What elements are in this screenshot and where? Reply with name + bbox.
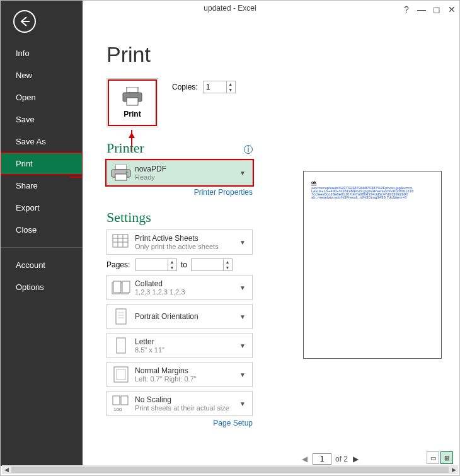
- zoom-to-page-button[interactable]: ▭: [427, 451, 439, 464]
- sidebar-item-save-as[interactable]: Save As: [1, 131, 83, 153]
- collate-sub: 1,2,3 1,2,3 1,2,3: [135, 288, 239, 296]
- printer-name: novaPDF: [135, 165, 239, 173]
- svg-rect-0: [127, 87, 138, 93]
- preview-content-line: ab_metadata.edu%3Fresult_id%3Dimg3438.7d…: [311, 196, 434, 199]
- horizontal-scrollbar[interactable]: ◀ ▶: [2, 465, 458, 474]
- printer-device-icon: [110, 162, 132, 183]
- spinner-down[interactable]: ▼: [168, 265, 176, 270]
- svg-rect-21: [117, 338, 125, 353]
- svg-rect-14: [113, 281, 121, 293]
- copies-label: Copies:: [172, 83, 198, 91]
- printer-section-header: Printer: [106, 140, 253, 156]
- printer-info-icon[interactable]: i: [244, 145, 253, 154]
- printer-icon: [122, 87, 143, 106]
- spinner-up[interactable]: ▲: [224, 259, 231, 265]
- sidebar-item-share[interactable]: Share: [1, 175, 83, 197]
- print-button[interactable]: Print: [106, 78, 158, 127]
- pages-label: Pages:: [106, 260, 132, 269]
- window-title: updated - Excel: [204, 4, 256, 13]
- sidebar-item-account[interactable]: Account: [1, 254, 83, 276]
- sidebar: Info New Open Save Save As Print Share E…: [1, 1, 83, 466]
- scroll-left-button[interactable]: ◀: [2, 465, 11, 474]
- chevron-down-icon: ▼: [239, 239, 250, 246]
- print-button-label: Print: [124, 110, 141, 119]
- spinner-down[interactable]: ▼: [224, 265, 231, 270]
- paper-sub: 8.5" x 11": [135, 346, 239, 354]
- paper-icon: [110, 335, 132, 356]
- svg-rect-17: [116, 309, 126, 324]
- sidebar-item-export[interactable]: Export: [1, 197, 83, 219]
- page-prev-button[interactable]: ◀: [301, 455, 309, 463]
- chevron-down-icon: ▼: [239, 342, 250, 349]
- print-what-selector[interactable]: Print Active Sheets Only print the activ…: [106, 229, 253, 255]
- scaling-selector[interactable]: 100 No Scaling Print sheets at their act…: [106, 391, 253, 416]
- paper-title: Letter: [135, 337, 239, 346]
- svg-rect-8: [113, 235, 128, 247]
- minimize-button[interactable]: —: [414, 2, 429, 17]
- collate-selector[interactable]: Collated 1,2,3 1,2,3 1,2,3 ▼: [106, 275, 253, 300]
- scrollbar-thumb[interactable]: [11, 467, 449, 473]
- collate-title: Collated: [135, 279, 239, 288]
- print-what-title: Print Active Sheets: [135, 234, 239, 243]
- paper-selector[interactable]: Letter 8.5" x 11" ▼: [106, 333, 253, 358]
- page-of-label: of 2: [335, 455, 348, 463]
- sheets-icon: [110, 231, 132, 253]
- zoom-slider-button[interactable]: ⊞: [440, 451, 453, 464]
- help-button[interactable]: ?: [399, 2, 414, 17]
- printer-status: Ready: [135, 173, 239, 181]
- print-preview: ok source=uploads%2F702387966870387%2Fph…: [303, 171, 442, 359]
- sidebar-item-save[interactable]: Save: [1, 108, 83, 131]
- scaling-title: No Scaling: [135, 395, 239, 404]
- spinner-up[interactable]: ▲: [168, 259, 176, 265]
- page-from-input[interactable]: ▲▼: [135, 258, 177, 271]
- chevron-down-icon: ▼: [239, 400, 250, 407]
- copies-input[interactable]: ▲ ▼: [203, 81, 236, 93]
- copies-value[interactable]: [204, 83, 226, 91]
- back-button[interactable]: [13, 10, 36, 33]
- svg-rect-25: [121, 396, 128, 405]
- printer-selector[interactable]: novaPDF Ready ▼: [106, 160, 253, 185]
- sidebar-item-new[interactable]: New: [1, 64, 83, 86]
- page-current-input[interactable]: [313, 453, 331, 465]
- svg-text:100: 100: [113, 407, 122, 412]
- print-what-sub: Only print the active sheets: [135, 243, 239, 250]
- svg-point-3: [138, 95, 140, 96]
- sidebar-item-info[interactable]: Info: [1, 42, 83, 64]
- margins-selector[interactable]: Normal Margins Left: 0.7" Right: 0.7" ▼: [106, 362, 253, 387]
- copies-spinner-up[interactable]: ▲: [227, 81, 234, 87]
- orientation-title: Portrait Orientation: [135, 312, 239, 321]
- margins-icon: [110, 364, 132, 385]
- printer-properties-link[interactable]: Printer Properties: [106, 188, 253, 197]
- sidebar-item-options[interactable]: Options: [1, 276, 83, 298]
- svg-point-7: [126, 171, 128, 173]
- preview-page: ok source=uploads%2F702387966870387%2Fph…: [303, 171, 442, 359]
- to-label: to: [181, 260, 187, 269]
- collated-icon: [110, 277, 132, 298]
- svg-rect-16: [122, 281, 130, 293]
- preview-ok-text: ok: [311, 180, 434, 185]
- margins-sub: Left: 0.7" Right: 0.7": [135, 375, 239, 383]
- svg-rect-6: [115, 174, 127, 180]
- close-button[interactable]: ✕: [444, 2, 459, 17]
- scaling-sub: Print sheets at their actual size: [135, 404, 239, 412]
- scroll-right-button[interactable]: ▶: [449, 465, 458, 474]
- sidebar-item-close[interactable]: Close: [1, 219, 83, 241]
- preview-page-nav: ◀ of 2 ▶: [301, 453, 360, 465]
- page-next-button[interactable]: ▶: [352, 455, 360, 463]
- sidebar-item-open[interactable]: Open: [1, 86, 83, 108]
- chevron-down-icon: ▼: [239, 313, 250, 320]
- svg-rect-4: [115, 165, 127, 170]
- restore-button[interactable]: ◻: [429, 2, 444, 17]
- page-setup-link[interactable]: Page Setup: [106, 419, 253, 427]
- chevron-down-icon: ▼: [239, 284, 250, 291]
- svg-rect-24: [113, 396, 120, 405]
- chevron-down-icon: ▼: [239, 371, 250, 378]
- orientation-selector[interactable]: Portrait Orientation ▼: [106, 304, 253, 329]
- zoom-controls: ▭ ⊞: [427, 451, 453, 464]
- copies-spinner-down[interactable]: ▼: [227, 87, 234, 93]
- back-arrow-icon: [19, 16, 30, 27]
- sidebar-divider: [1, 247, 83, 248]
- sidebar-item-print[interactable]: Print: [1, 153, 83, 175]
- chevron-down-icon: ▼: [239, 170, 250, 177]
- page-to-input[interactable]: ▲▼: [191, 258, 233, 271]
